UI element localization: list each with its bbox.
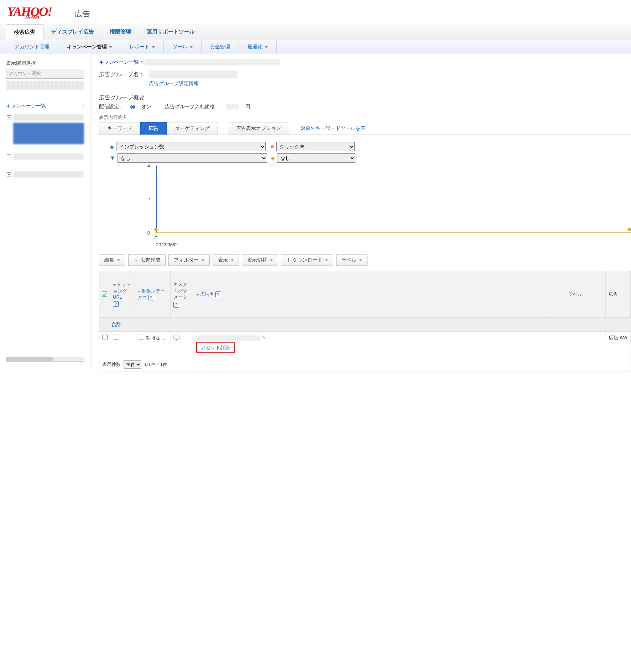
sidebar-scrollbar[interactable] [6, 357, 84, 362]
scrollbar-thumb[interactable] [6, 357, 53, 361]
sort-icon [113, 284, 116, 286]
chevron-down-icon [359, 259, 362, 261]
content-tabs: キーワード 広告 ターゲティング 広告表示オプション 対象外キーワードツールを表 [99, 122, 631, 135]
subnav-funds[interactable]: 資金管理 [202, 40, 239, 54]
tree-expand-icon[interactable]: + [7, 172, 11, 177]
logo: YAHOO! JAPAN 広告 [7, 3, 624, 19]
comment-icon[interactable] [173, 335, 180, 340]
display-switch-button[interactable]: 表示切替 [242, 254, 278, 266]
comment-icon[interactable] [138, 335, 144, 340]
redacted [149, 70, 238, 78]
edit-button[interactable]: 編集 [99, 254, 125, 266]
tab-display-ads[interactable]: ディスプレイ広告 [43, 24, 102, 40]
xtick-label: 水 [154, 234, 158, 240]
redacted [196, 335, 260, 341]
table-footer: 表示件数 25件 1-1件／1件 [99, 357, 631, 372]
redacted [14, 114, 83, 121]
tab-support-tools[interactable]: 運用サポートツール [139, 24, 203, 40]
xdate-label: 2022/06/01 [156, 242, 179, 247]
help-icon[interactable]: ? [173, 302, 179, 308]
account-select[interactable]: アカウント選択 [6, 69, 84, 79]
th-limit-status[interactable]: 制限ステータス ? [135, 271, 171, 317]
sidebar-campaign-list-link[interactable]: キャンペーン一覧 [6, 103, 46, 109]
chevron-left-icon[interactable]: ‹ [82, 103, 84, 109]
redacted [226, 104, 239, 110]
chart-point [154, 228, 158, 231]
row-checkbox[interactable] [102, 335, 108, 340]
chart-point [627, 228, 631, 231]
subnav-report[interactable]: レポート [121, 40, 164, 54]
comment-icon[interactable] [113, 335, 119, 340]
sidebar-campaign-head: キャンペーン一覧 ‹ [6, 103, 84, 109]
ctab-ad[interactable]: 広告 [140, 122, 167, 135]
tree-item[interactable]: − [6, 112, 84, 123]
chevron-down-icon [325, 259, 328, 261]
label-button[interactable]: ラベル [336, 254, 367, 266]
download-button[interactable]: ⬇ダウンロード [281, 254, 333, 266]
plus-icon: ＋ [134, 257, 139, 263]
metric-marker-icon: ◆ [110, 143, 114, 150]
tree-item[interactable]: + [6, 169, 84, 180]
help-icon[interactable]: ? [113, 301, 119, 307]
metric-select-4[interactable]: なし [277, 153, 355, 163]
bid-unit: 円 [245, 104, 250, 110]
sort-icon [196, 294, 199, 296]
tab-search-ads[interactable]: 検索広告 [6, 24, 43, 40]
ytick: 2 [147, 196, 150, 202]
table-header: トラッキングURL ? 制限ステータス ? カスタムパラメータ ? 広告名 ? … [99, 271, 631, 317]
redacted [14, 171, 83, 178]
th-ad[interactable]: 広告 [606, 271, 631, 317]
ytick: 0 [147, 230, 150, 235]
checkbox-all[interactable] [102, 292, 107, 297]
ad-preview: 広告 ww [609, 335, 627, 340]
edit-icon[interactable]: ✎ [262, 335, 266, 340]
create-ad-button[interactable]: ＋広告作成 [128, 254, 166, 266]
th-checkbox [99, 271, 110, 317]
table-row: 制限なし ✎ アセット詳細 広告 ww [99, 332, 631, 357]
th-custom-param[interactable]: カスタムパラメータ ? [171, 271, 193, 317]
chevron-down-icon [190, 46, 193, 48]
metric-select-2[interactable]: なし [118, 153, 267, 163]
tree-collapse-icon[interactable]: − [7, 115, 11, 120]
help-icon[interactable]: ? [148, 295, 154, 300]
subnav-optimize[interactable]: 最適化 [239, 40, 277, 54]
ctab-targeting[interactable]: ターゲティング [167, 122, 218, 135]
help-icon[interactable]: ? [215, 292, 221, 297]
ctab-ad-display-option[interactable]: 広告表示オプション [228, 122, 289, 135]
ad-group-name-row: 広告グループ名： [99, 70, 631, 78]
chevron-down-icon [117, 259, 120, 261]
logo-brand-sub: JAPAN [25, 15, 39, 19]
th-ad-name[interactable]: 広告名 ? [193, 271, 545, 317]
table-toolbar: 編集 ＋広告作成 フィルター 表示 表示切替 ⬇ダウンロード ラベル [99, 254, 631, 266]
display-button[interactable]: 表示 [213, 254, 239, 266]
overview-row: 配信設定： オン 広告グループ入札価格： 円 [99, 104, 631, 110]
ad-group-settings-link[interactable]: 広告グループ設定情報 [149, 80, 631, 87]
metric-marker-icon: ■ [271, 143, 274, 150]
chevron-down-icon [265, 46, 268, 48]
subnav-campaign-mgmt[interactable]: キャンペーン管理 [58, 40, 121, 54]
metric-select-1[interactable]: インプレッション数 [116, 142, 266, 151]
breadcrumb-campaign-list[interactable]: キャンペーン一覧 [99, 59, 139, 65]
sidebar-level-title: 表示階層選択 [6, 60, 84, 67]
tree-expand-icon[interactable]: + [7, 154, 11, 159]
subnav-tool[interactable]: ツール [164, 40, 202, 54]
metric-select-3[interactable]: クリック率 [276, 142, 355, 151]
ytick: 4 [147, 163, 150, 168]
table-total-row: 合計 [99, 317, 631, 332]
radio-on-icon[interactable] [130, 105, 135, 109]
total-label: 合計 [111, 321, 121, 327]
chevron-down-icon [231, 259, 234, 261]
filter-button[interactable]: フィルター [168, 254, 210, 266]
tree-item[interactable]: + [6, 151, 84, 162]
excluded-keyword-tool-link[interactable]: 対象外キーワードツールを表 [293, 122, 373, 135]
asset-detail-button[interactable]: アセット詳細 [196, 342, 235, 353]
breadcrumb-sep: > [140, 59, 143, 65]
subnav-account-mgmt[interactable]: アカウント管理 [6, 40, 58, 54]
tab-permissions[interactable]: 権限管理 [102, 24, 139, 40]
tree-item-selected[interactable] [13, 123, 84, 144]
rows-select[interactable]: 25件 [124, 360, 141, 369]
th-tracking-url[interactable]: トラッキングURL ? [110, 271, 135, 317]
th-label[interactable]: ラベル [545, 271, 606, 317]
ctab-keyword[interactable]: キーワード [99, 122, 140, 135]
breadcrumb: キャンペーン一覧 > [99, 59, 631, 65]
